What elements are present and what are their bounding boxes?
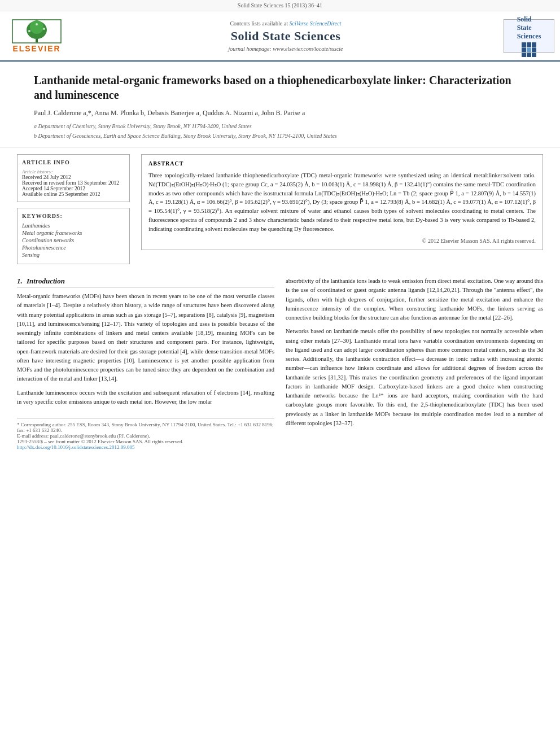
issn-footnote: 1293-2558/$ – see front matter © 2012 El…	[17, 439, 274, 444]
body-right-column: absorbtivity of the lanthanide ions lead…	[286, 277, 543, 450]
article-info-box: ARTICLE INFO Article history: Received 2…	[17, 154, 130, 202]
section-title: Introduction	[27, 277, 65, 285]
sss-logo: SolidStateSciences	[504, 19, 554, 53]
keyword-2: Metal organic frameworks	[22, 230, 125, 236]
article-header: Lanthanide metal-organic frameworks base…	[0, 62, 560, 147]
available-date: Available online 25 September 2012	[22, 191, 125, 197]
sciverse-availability: Contents lists available at SciVerse Sci…	[230, 20, 341, 27]
article-info-column: ARTICLE INFO Article history: Received 2…	[17, 154, 130, 264]
introduction-heading: 1. Introduction	[17, 277, 274, 287]
journal-logo-area: SolidStateSciences	[498, 16, 560, 56]
authors-list: Paul J. Calderone a,*, Anna M. Plonka b,…	[34, 109, 526, 117]
journal-title-area: Contents lists available at SciVerse Sci…	[73, 16, 498, 56]
svg-point-2	[30, 20, 43, 34]
history-label: Article history:	[22, 169, 125, 174]
abstract-copyright: © 2012 Elsevier Masson SAS. All rights r…	[148, 238, 536, 244]
journal-citation: Solid State Sciences 15 (2013) 36–41	[238, 2, 322, 8]
authors-text: Paul J. Calderone a,*, Anna M. Plonka b,…	[34, 109, 305, 117]
email-footnote: E-mail address: paul.calderone@stonybroo…	[17, 433, 274, 439]
email-footnote-text: E-mail address: paul.calderone@stonybroo…	[17, 433, 150, 439]
abstract-text: Three topologically-related lanthanide t…	[148, 171, 536, 233]
intro-paragraph-1: Metal-organic frameworks (MOFs) have bee…	[17, 292, 274, 384]
abstract-title: ABSTRACT	[148, 160, 536, 167]
right-paragraph-1: absorbtivity of the lanthanide ions lead…	[286, 277, 543, 322]
keywords-list: Lanthanides Metal organic frameworks Coo…	[22, 222, 125, 258]
keyword-1: Lanthanides	[22, 222, 125, 229]
intro-paragraph-2: Lanthanide luminescence occurs with the …	[17, 388, 274, 407]
journal-homepage: journal homepage: www.elsevier.com/locat…	[228, 46, 343, 52]
elsevier-logo: ELSEVIER	[11, 19, 62, 53]
doi-footnote: http://dx.doi.org/10.1016/j.solidstatesc…	[17, 444, 274, 450]
footnote-area: * Corresponding author. 255 ESS, Room 34…	[17, 418, 274, 450]
corresponding-footnote: * Corresponding author. 255 ESS, Room 34…	[17, 422, 274, 433]
accepted-date: Accepted 14 September 2012	[22, 186, 125, 191]
revised-date: Received in revised form 13 September 20…	[22, 180, 125, 186]
affiliation-a: a Department of Chemistry, Stony Brook U…	[34, 122, 526, 130]
affiliation-b: b Department of Geosciences, Earth and S…	[34, 132, 526, 140]
elsevier-tree-icon	[11, 19, 62, 44]
contents-available-text: Contents lists available at	[230, 20, 289, 27]
article-info-title: ARTICLE INFO	[22, 159, 125, 165]
received-date: Received 24 July 2012	[22, 174, 125, 180]
right-paragraph-2: Networks based on lanthanide metals offe…	[286, 327, 543, 428]
svg-point-5	[36, 23, 38, 25]
sss-grid-icon	[522, 42, 536, 57]
journal-title: Solid State Sciences	[231, 29, 341, 43]
sciverse-link[interactable]: SciVerse ScienceDirect	[289, 20, 341, 27]
page: Solid State Sciences 15 (2013) 36–41	[0, 0, 560, 747]
main-content-section: 1. Introduction Metal-organic frameworks…	[0, 271, 560, 456]
publisher-logo-area: ELSEVIER	[0, 16, 73, 56]
article-info-abstract-section: ARTICLE INFO Article history: Received 2…	[0, 147, 560, 271]
keywords-box: Keywords: Lanthanides Metal organic fram…	[17, 208, 130, 264]
body-left-column: 1. Introduction Metal-organic frameworks…	[17, 277, 274, 450]
keyword-3: Coordination networks	[22, 237, 125, 243]
abstract-column: ABSTRACT Three topologically-related lan…	[141, 154, 543, 264]
keyword-5: Sensing	[22, 252, 125, 258]
doi-link[interactable]: http://dx.doi.org/10.1016/j.solidstatesc…	[17, 444, 135, 450]
section-number: 1.	[17, 277, 23, 285]
svg-point-4	[43, 28, 45, 30]
journal-citation-bar: Solid State Sciences 15 (2013) 36–41	[0, 0, 560, 11]
svg-point-3	[28, 30, 30, 32]
sss-abbr: SolidStateSciences	[517, 15, 541, 41]
keyword-4: Photoluminescence	[22, 244, 125, 251]
keywords-title: Keywords:	[22, 213, 125, 219]
abstract-box: ABSTRACT Three topologically-related lan…	[141, 154, 543, 250]
article-title: Lanthanide metal-organic frameworks base…	[34, 73, 526, 102]
journal-header: ELSEVIER Contents lists available at Sci…	[0, 11, 560, 62]
elsevier-text: ELSEVIER	[12, 44, 60, 53]
